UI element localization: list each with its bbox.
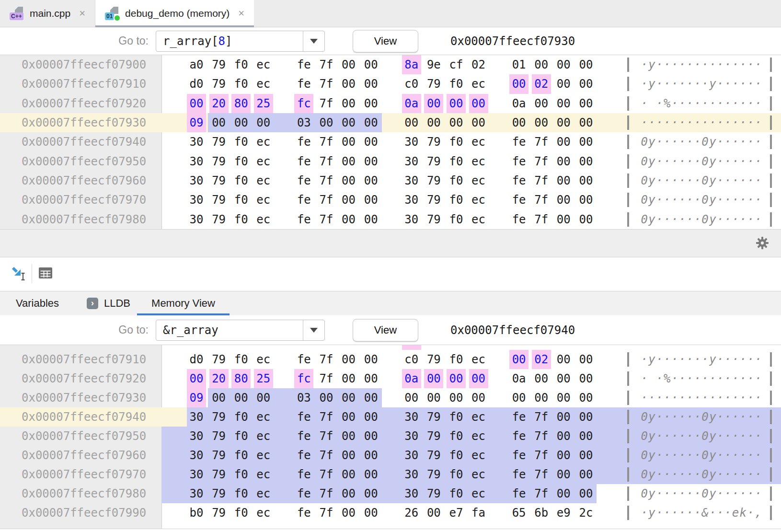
hex-byte-cell[interactable]: f0 bbox=[231, 74, 251, 93]
hex-byte-cell[interactable]: f0 bbox=[231, 55, 251, 74]
hex-byte-cell[interactable]: 00 bbox=[424, 388, 443, 407]
hex-byte-cell[interactable]: 30 bbox=[187, 132, 206, 151]
hex-byte-cell[interactable]: f0 bbox=[447, 190, 466, 209]
hex-byte-cell[interactable]: 00 bbox=[402, 113, 421, 132]
hex-byte-cell[interactable]: 20 bbox=[209, 94, 229, 113]
hex-byte-cell[interactable]: 0a bbox=[509, 94, 528, 113]
hex-byte-cell[interactable]: b0 bbox=[187, 503, 206, 522]
hex-byte-cell[interactable]: 00 bbox=[361, 210, 380, 229]
hex-byte-cell[interactable]: 7f bbox=[317, 407, 336, 427]
tab-main-cpp[interactable]: C++ main.cpp × bbox=[0, 0, 95, 27]
hex-byte-cell[interactable]: 79 bbox=[209, 152, 229, 171]
hex-byte-cell[interactable]: 00 bbox=[339, 190, 358, 209]
hex-byte-cell[interactable]: 30 bbox=[402, 484, 421, 503]
hex-byte-cell[interactable]: 7f bbox=[532, 152, 551, 171]
hex-byte-cell[interactable]: 7f bbox=[317, 132, 336, 151]
hex-byte-cell[interactable]: 00 bbox=[469, 94, 488, 113]
hex-byte-cell[interactable]: 00 bbox=[339, 446, 358, 465]
hex-byte-cell[interactable]: 00 bbox=[424, 94, 443, 113]
hex-byte-cell[interactable]: 25 bbox=[254, 94, 273, 113]
hex-byte-cell[interactable]: 30 bbox=[402, 407, 421, 427]
hex-byte-cell[interactable]: f0 bbox=[447, 446, 466, 465]
hex-byte-cell[interactable]: ec bbox=[254, 210, 273, 229]
hex-byte-cell[interactable]: 7f bbox=[317, 152, 336, 171]
hex-byte-cell[interactable]: 00 bbox=[361, 350, 380, 369]
hex-byte-cell[interactable]: 00 bbox=[469, 369, 488, 388]
hex-byte-cell[interactable]: 00 bbox=[554, 210, 573, 229]
hex-byte-cell[interactable]: 79 bbox=[424, 427, 443, 446]
hex-byte-cell[interactable]: 00 bbox=[532, 369, 551, 388]
hex-byte-cell[interactable]: 00 bbox=[402, 388, 421, 407]
hex-byte-cell[interactable]: 7f bbox=[532, 171, 551, 190]
hex-byte-cell[interactable]: 00 bbox=[361, 388, 380, 407]
hex-byte-cell[interactable]: 80 bbox=[231, 94, 251, 113]
hex-byte-cell[interactable]: 80 bbox=[231, 369, 251, 388]
hex-byte-cell[interactable]: 00 bbox=[576, 55, 596, 74]
hex-byte-cell[interactable]: 00 bbox=[576, 446, 596, 465]
hex-byte-cell[interactable]: ec bbox=[469, 210, 488, 229]
hex-byte-cell[interactable]: 00 bbox=[254, 113, 273, 132]
hex-byte-cell[interactable]: 00 bbox=[576, 113, 596, 132]
hex-byte-cell[interactable]: 79 bbox=[424, 407, 443, 427]
hex-byte-cell[interactable]: 00 bbox=[447, 94, 466, 113]
hex-byte-cell[interactable] bbox=[402, 345, 421, 350]
hex-byte-cell[interactable]: 00 bbox=[339, 465, 358, 484]
hex-byte-cell[interactable]: 30 bbox=[402, 210, 421, 229]
hex-byte-cell[interactable]: 30 bbox=[402, 132, 421, 151]
hex-byte-cell[interactable] bbox=[554, 345, 573, 350]
hex-byte-cell[interactable]: 00 bbox=[339, 503, 358, 522]
hex-byte-cell[interactable]: 7f bbox=[532, 427, 551, 446]
hex-byte-cell[interactable]: 79 bbox=[424, 465, 443, 484]
hex-byte-cell[interactable]: ec bbox=[254, 350, 273, 369]
hex-byte-cell[interactable]: 7f bbox=[532, 465, 551, 484]
hex-byte-cell[interactable]: 79 bbox=[424, 446, 443, 465]
hex-byte-cell[interactable]: 00 bbox=[361, 407, 380, 427]
hex-byte-cell[interactable]: 7f bbox=[532, 407, 551, 427]
hex-byte-cell[interactable]: 00 bbox=[424, 369, 443, 388]
hex-byte-cell[interactable]: fc bbox=[294, 369, 313, 388]
hex-byte-cell[interactable]: 79 bbox=[424, 350, 443, 369]
hex-byte-cell[interactable]: 2c bbox=[576, 503, 596, 522]
hex-byte-cell[interactable]: 6b bbox=[532, 503, 551, 522]
hex-byte-cell[interactable]: 00 bbox=[576, 210, 596, 229]
hex-byte-cell[interactable]: 79 bbox=[209, 427, 229, 446]
hex-byte-cell[interactable]: 7f bbox=[532, 446, 551, 465]
hex-byte-cell[interactable]: 00 bbox=[554, 171, 573, 190]
hex-byte-cell[interactable]: 00 bbox=[554, 388, 573, 407]
hex-byte-cell[interactable]: 03 bbox=[294, 388, 313, 407]
hex-byte-cell[interactable]: 00 bbox=[361, 465, 380, 484]
hex-byte-cell[interactable]: 00 bbox=[576, 74, 596, 93]
hex-byte-cell[interactable]: 00 bbox=[576, 190, 596, 209]
hex-byte-cell[interactable]: 7f bbox=[317, 210, 336, 229]
hex-byte-cell[interactable]: 7f bbox=[317, 350, 336, 369]
combo-dropdown-button[interactable] bbox=[303, 320, 324, 340]
tab-variables[interactable]: Variables bbox=[16, 291, 59, 315]
hex-byte-cell[interactable]: 25 bbox=[254, 369, 273, 388]
hex-byte-cell[interactable]: 0a bbox=[402, 369, 421, 388]
hex-byte-cell[interactable]: f0 bbox=[447, 427, 466, 446]
hex-byte-cell[interactable]: 79 bbox=[209, 465, 229, 484]
hex-byte-cell[interactable]: 00 bbox=[554, 55, 573, 74]
hex-byte-cell[interactable]: 00 bbox=[361, 74, 380, 93]
settings-gear-icon[interactable] bbox=[756, 236, 769, 250]
hex-byte-cell[interactable]: 00 bbox=[576, 152, 596, 171]
hex-byte-cell[interactable]: 00 bbox=[554, 407, 573, 427]
hex-byte-cell[interactable]: ec bbox=[254, 484, 273, 503]
hex-byte-cell[interactable]: 30 bbox=[187, 484, 206, 503]
hex-byte-cell[interactable]: 00 bbox=[209, 113, 229, 132]
hex-byte-cell[interactable]: 00 bbox=[361, 503, 380, 522]
hex-byte-cell[interactable]: 00 bbox=[361, 132, 380, 151]
hex-byte-cell[interactable]: 00 bbox=[509, 74, 528, 93]
hex-byte-cell[interactable]: 00 bbox=[254, 388, 273, 407]
hex-byte-cell[interactable]: f0 bbox=[447, 132, 466, 151]
hex-byte-cell[interactable]: 00 bbox=[554, 484, 573, 503]
hex-byte-cell[interactable]: e7 bbox=[447, 503, 466, 522]
hex-byte-cell[interactable]: 00 bbox=[187, 94, 206, 113]
hex-byte-cell[interactable] bbox=[469, 345, 488, 350]
hex-byte-cell[interactable]: ec bbox=[469, 465, 488, 484]
hex-byte-cell[interactable]: fe bbox=[294, 132, 313, 151]
hex-byte-cell[interactable]: 09 bbox=[187, 388, 206, 407]
tab-debug-demo-memory[interactable]: 01 debug_demo (memory) × bbox=[95, 0, 254, 27]
hex-byte-cell[interactable]: 79 bbox=[424, 152, 443, 171]
hex-byte-cell[interactable]: fe bbox=[509, 427, 528, 446]
